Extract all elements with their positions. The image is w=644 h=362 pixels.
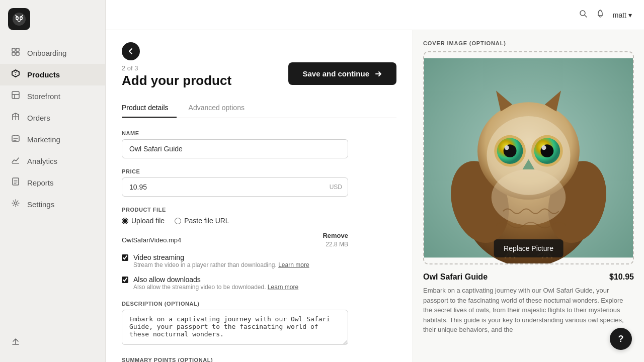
svg-rect-8 xyxy=(16,52,19,55)
svg-point-3 xyxy=(17,18,18,19)
onboarding-icon xyxy=(10,47,21,59)
name-input[interactable] xyxy=(122,139,348,158)
upload-file-radio[interactable] xyxy=(122,218,128,224)
tab-advanced-options[interactable]: Advanced options xyxy=(189,99,253,118)
preview-product-name: Owl Safari Guide xyxy=(423,273,488,282)
marketing-icon xyxy=(10,134,21,145)
also-allow-sublabel: Also allow the streaming video to be dow… xyxy=(133,284,298,291)
video-streaming-option: Video streaming Stream the video in a pl… xyxy=(122,253,396,268)
sidebar-item-settings[interactable]: Settings xyxy=(0,194,105,215)
paste-url-radio[interactable] xyxy=(175,218,181,224)
bell-icon[interactable] xyxy=(596,9,605,21)
analytics-icon xyxy=(10,155,21,167)
svg-rect-11 xyxy=(13,178,19,185)
reports-icon xyxy=(10,177,21,189)
sidebar-item-marketing-label: Marketing xyxy=(27,135,60,144)
help-button[interactable]: ? xyxy=(610,328,632,350)
products-icon xyxy=(10,69,21,80)
preview-title-row: Owl Safari Guide $10.95 xyxy=(423,273,634,282)
sidebar-item-products[interactable]: Products xyxy=(0,64,105,85)
summary-label: SUMMARY POINTS (OPTIONAL) xyxy=(122,357,396,362)
storefront-icon xyxy=(10,90,21,102)
name-label: NAME xyxy=(122,130,396,136)
app-logo xyxy=(8,8,30,30)
file-remove-button[interactable]: Remove xyxy=(323,232,348,239)
sidebar-item-orders-label: Orders xyxy=(27,114,50,122)
product-file-label: PRODUCT FILE xyxy=(122,207,396,213)
description-input[interactable]: Embark on a captivating journey with our… xyxy=(122,310,348,345)
content-area: 2 of 3 Add your product Save and continu… xyxy=(106,30,644,362)
right-panel: COVER IMAGE (OPTIONAL) xyxy=(413,30,644,362)
sidebar-item-settings-label: Settings xyxy=(27,200,54,209)
svg-point-31 xyxy=(492,169,566,225)
cover-image-label: COVER IMAGE (OPTIONAL) xyxy=(423,40,634,46)
currency-label: USD xyxy=(330,184,342,191)
sidebar-item-reports-label: Reports xyxy=(27,178,54,187)
svg-rect-5 xyxy=(12,48,15,51)
sidebar-item-storefront-label: Storefront xyxy=(27,92,60,101)
sidebar-item-reports[interactable]: Reports xyxy=(0,172,105,194)
svg-point-0 xyxy=(13,13,26,26)
svg-rect-7 xyxy=(12,52,15,55)
also-allow-checkbox[interactable] xyxy=(122,277,128,283)
save-continue-button[interactable]: Save and continue xyxy=(288,62,396,85)
price-wrapper: USD xyxy=(122,177,348,197)
upload-file-label: Upload file xyxy=(131,217,165,225)
svg-rect-6 xyxy=(16,48,19,51)
svg-point-29 xyxy=(541,145,546,150)
svg-point-4 xyxy=(21,18,22,19)
help-label: ? xyxy=(618,334,624,344)
video-streaming-learn-link[interactable]: Learn more xyxy=(278,261,309,268)
upload-file-option[interactable]: Upload file xyxy=(122,217,165,225)
cover-image-wrapper: Replace Picture xyxy=(423,51,634,264)
search-icon[interactable] xyxy=(579,9,588,21)
also-allow-learn-link[interactable]: Learn more xyxy=(268,284,298,291)
tab-product-details[interactable]: Product details xyxy=(122,99,177,118)
svg-point-28 xyxy=(505,145,509,150)
orders-icon xyxy=(10,112,21,124)
user-menu[interactable]: matt ▾ xyxy=(613,11,632,19)
user-name: matt xyxy=(613,11,626,19)
description-label: DESCRIPTION (OPTIONAL) xyxy=(122,301,396,307)
sidebar-item-marketing[interactable]: Marketing xyxy=(0,129,105,150)
sidebar-bottom xyxy=(0,332,105,354)
file-row: OwlSafariVideo.mp4 Remove 22.8 MB xyxy=(122,230,348,253)
share-icon xyxy=(10,337,21,349)
description-field-group: DESCRIPTION (OPTIONAL) Embark on a capti… xyxy=(122,301,396,347)
summary-field-group: SUMMARY POINTS (OPTIONAL) + xyxy=(122,357,396,362)
file-size: 22.8 MB xyxy=(326,241,348,248)
preview-description: Embark on a captivating journey with our… xyxy=(423,286,634,335)
also-allow-label: Also allow downloads xyxy=(133,276,298,284)
main-content: matt ▾ 2 of 3 Add your product Save and … xyxy=(106,0,644,362)
replace-picture-button[interactable]: Replace Picture xyxy=(494,239,564,257)
paste-url-label: Paste file URL xyxy=(184,217,229,225)
file-name: OwlSafariVideo.mp4 xyxy=(122,236,181,244)
paste-url-option[interactable]: Paste file URL xyxy=(175,217,229,225)
name-field-group: NAME xyxy=(122,130,396,158)
tabs: Product details Advanced options xyxy=(122,99,396,118)
sidebar-item-orders[interactable]: Orders xyxy=(0,107,105,129)
video-streaming-sublabel: Stream the video in a player rather than… xyxy=(133,261,309,268)
cover-image xyxy=(424,52,633,263)
file-remove-row: Remove 22.8 MB xyxy=(323,232,348,248)
sidebar-item-analytics[interactable]: Analytics xyxy=(0,150,105,172)
page-title: Add your product xyxy=(122,73,231,88)
preview-price: $10.95 xyxy=(609,273,634,282)
settings-icon xyxy=(10,199,21,210)
radio-group: Upload file Paste file URL xyxy=(122,217,396,225)
video-streaming-checkbox[interactable] xyxy=(122,254,128,261)
sidebar: Onboarding Products Storefront Orders Ma… xyxy=(0,0,106,362)
sidebar-item-products-label: Products xyxy=(27,70,60,79)
sidebar-item-share[interactable] xyxy=(0,332,105,354)
back-button[interactable] xyxy=(122,42,140,60)
price-field-group: PRICE USD xyxy=(122,168,396,197)
step-label: 2 of 3 xyxy=(122,64,231,72)
chevron-down-icon: ▾ xyxy=(628,11,632,19)
also-allow-option: Also allow downloads Also allow the stre… xyxy=(122,276,396,291)
price-input[interactable] xyxy=(122,177,348,197)
svg-point-12 xyxy=(15,202,17,205)
sidebar-item-storefront[interactable]: Storefront xyxy=(0,85,105,107)
video-streaming-label: Video streaming xyxy=(133,253,309,261)
sidebar-item-onboarding[interactable]: Onboarding xyxy=(0,42,105,64)
product-file-group: PRODUCT FILE Upload file Paste file URL … xyxy=(122,207,396,291)
